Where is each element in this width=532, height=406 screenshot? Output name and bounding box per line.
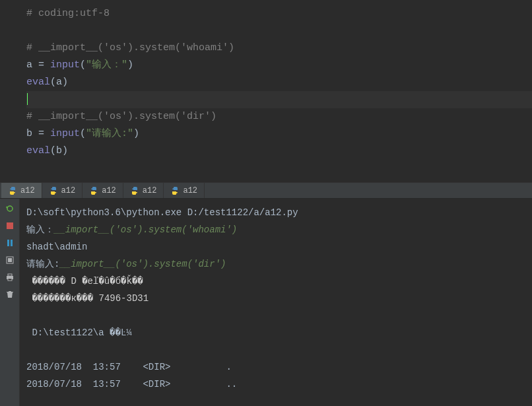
output-line: shadt\admin bbox=[26, 238, 525, 255]
dir-entry: 2018/07/18 13:57 <DIR> .. bbox=[26, 376, 525, 393]
code-editor[interactable]: # coding:utf-8 # __import__('os').system… bbox=[0, 0, 532, 182]
run-tab[interactable]: a12 bbox=[42, 183, 83, 198]
run-tab[interactable]: a12 bbox=[123, 183, 164, 198]
print-icon[interactable] bbox=[4, 271, 16, 283]
output-line: ������ D �еľ�û�б�ǩ�� bbox=[26, 273, 525, 290]
tab-label: a12 bbox=[102, 186, 116, 195]
python-icon bbox=[170, 186, 180, 195]
python-icon bbox=[49, 186, 58, 195]
run-tab[interactable]: a12 bbox=[1, 183, 42, 198]
svg-rect-1 bbox=[7, 240, 9, 246]
python-icon bbox=[89, 186, 98, 195]
tab-label: a12 bbox=[143, 186, 157, 195]
run-tabs-bar: a12 a12 a12 a12 a12 bbox=[0, 182, 532, 199]
svg-rect-7 bbox=[8, 279, 12, 281]
prompt-label: 请输入: bbox=[26, 259, 59, 269]
console-output[interactable]: D:\soft\python3.6\python.exe D:/test1122… bbox=[20, 199, 532, 406]
prompt-label: 输入： bbox=[26, 224, 54, 235]
tab-label: a12 bbox=[20, 186, 35, 195]
rerun-icon[interactable] bbox=[4, 203, 16, 215]
restore-icon[interactable] bbox=[4, 254, 16, 266]
svg-rect-2 bbox=[11, 240, 13, 246]
svg-rect-4 bbox=[8, 258, 12, 262]
comment-line: # __import__('os').system('dir') bbox=[26, 111, 216, 122]
caret-icon bbox=[27, 93, 28, 105]
pause-icon[interactable] bbox=[4, 237, 16, 249]
current-line bbox=[26, 91, 532, 108]
python-icon bbox=[8, 186, 17, 195]
user-input: __import__('os').system('dir') bbox=[59, 259, 226, 269]
run-tab[interactable]: a12 bbox=[164, 183, 205, 198]
svg-rect-6 bbox=[8, 274, 12, 276]
python-icon bbox=[130, 186, 139, 195]
trash-icon[interactable] bbox=[4, 288, 16, 300]
run-tab[interactable]: a12 bbox=[83, 183, 123, 198]
tab-label: a12 bbox=[183, 186, 197, 195]
console-gutter bbox=[0, 199, 20, 406]
console-panel: D:\soft\python3.6\python.exe D:/test1122… bbox=[0, 199, 532, 406]
tab-label: a12 bbox=[61, 186, 76, 195]
dir-entry: 2018/07/18 13:57 <DIR> . bbox=[26, 358, 525, 376]
comment-line: # coding:utf-8 bbox=[26, 8, 110, 19]
output-line: D:\test1122\a ��Ŀ¼ bbox=[26, 324, 525, 341]
user-input: __import__('os').system('whoami') bbox=[54, 224, 237, 235]
output-line: �������к��� 7496-3D31 bbox=[26, 290, 525, 307]
svg-rect-0 bbox=[7, 222, 13, 229]
comment-line: # __import__('os').system('whoami') bbox=[26, 42, 234, 53]
exec-command: D:\soft\python3.6\python.exe D:/test1122… bbox=[26, 204, 525, 221]
stop-icon[interactable] bbox=[4, 220, 16, 232]
